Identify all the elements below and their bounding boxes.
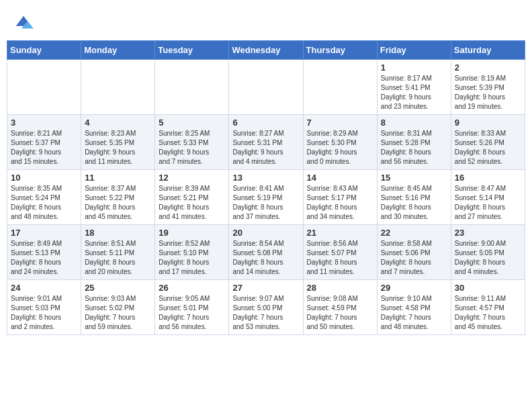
day-info: Sunrise: 9:05 AM Sunset: 5:01 PM Dayligh…	[159, 294, 225, 332]
calendar-cell: 30Sunrise: 9:11 AM Sunset: 4:57 PM Dayli…	[451, 280, 525, 335]
day-info: Sunrise: 8:56 AM Sunset: 5:07 PM Dayligh…	[307, 239, 373, 277]
day-info: Sunrise: 8:39 AM Sunset: 5:21 PM Dayligh…	[159, 184, 225, 222]
day-info: Sunrise: 8:45 AM Sunset: 5:16 PM Dayligh…	[381, 184, 447, 222]
day-info: Sunrise: 9:11 AM Sunset: 4:57 PM Dayligh…	[455, 294, 521, 332]
day-info: Sunrise: 8:51 AM Sunset: 5:11 PM Dayligh…	[85, 239, 151, 277]
day-info: Sunrise: 9:08 AM Sunset: 4:59 PM Dayligh…	[307, 294, 373, 332]
calendar-cell: 24Sunrise: 9:01 AM Sunset: 5:03 PM Dayli…	[7, 280, 81, 335]
calendar-cell: 3Sunrise: 8:21 AM Sunset: 5:37 PM Daylig…	[7, 115, 81, 170]
calendar-week-row: 10Sunrise: 8:35 AM Sunset: 5:24 PM Dayli…	[7, 170, 525, 225]
day-info: Sunrise: 8:19 AM Sunset: 5:39 PM Dayligh…	[455, 74, 521, 111]
day-number: 11	[85, 173, 151, 183]
calendar-cell: 13Sunrise: 8:41 AM Sunset: 5:19 PM Dayli…	[229, 170, 303, 225]
calendar-cell: 8Sunrise: 8:31 AM Sunset: 5:28 PM Daylig…	[377, 115, 451, 170]
calendar-cell: 16Sunrise: 8:47 AM Sunset: 5:14 PM Dayli…	[451, 170, 525, 225]
calendar-cell	[81, 60, 155, 115]
calendar-cell: 7Sunrise: 8:29 AM Sunset: 5:30 PM Daylig…	[303, 115, 377, 170]
day-number: 23	[455, 228, 521, 238]
day-number: 25	[85, 283, 151, 293]
day-number: 3	[11, 118, 77, 128]
calendar-cell: 21Sunrise: 8:56 AM Sunset: 5:07 PM Dayli…	[303, 225, 377, 280]
day-info: Sunrise: 8:58 AM Sunset: 5:06 PM Dayligh…	[381, 239, 447, 277]
weekday-header: Tuesday	[155, 41, 229, 60]
weekday-header: Friday	[377, 41, 451, 60]
day-info: Sunrise: 8:54 AM Sunset: 5:08 PM Dayligh…	[232, 239, 299, 277]
calendar-cell: 28Sunrise: 9:08 AM Sunset: 4:59 PM Dayli…	[303, 280, 377, 335]
day-info: Sunrise: 9:10 AM Sunset: 4:58 PM Dayligh…	[381, 294, 447, 332]
day-number: 13	[232, 173, 299, 183]
calendar-cell: 4Sunrise: 8:23 AM Sunset: 5:35 PM Daylig…	[81, 115, 155, 170]
day-info: Sunrise: 8:33 AM Sunset: 5:26 PM Dayligh…	[455, 129, 521, 167]
calendar-cell: 29Sunrise: 9:10 AM Sunset: 4:58 PM Dayli…	[377, 280, 451, 335]
calendar-cell: 19Sunrise: 8:52 AM Sunset: 5:10 PM Dayli…	[155, 225, 229, 280]
weekday-header: Thursday	[303, 41, 377, 60]
day-info: Sunrise: 8:29 AM Sunset: 5:30 PM Dayligh…	[307, 129, 373, 167]
calendar-cell: 11Sunrise: 8:37 AM Sunset: 5:22 PM Dayli…	[81, 170, 155, 225]
calendar-cell: 22Sunrise: 8:58 AM Sunset: 5:06 PM Dayli…	[377, 225, 451, 280]
day-number: 8	[381, 118, 447, 128]
day-info: Sunrise: 8:52 AM Sunset: 5:10 PM Dayligh…	[159, 239, 225, 277]
day-number: 1	[381, 62, 447, 73]
day-number: 10	[11, 173, 77, 183]
day-number: 6	[232, 118, 299, 128]
calendar-cell: 12Sunrise: 8:39 AM Sunset: 5:21 PM Dayli…	[155, 170, 229, 225]
calendar-cell: 20Sunrise: 8:54 AM Sunset: 5:08 PM Dayli…	[229, 225, 303, 280]
logo	[13, 13, 35, 34]
calendar-cell: 10Sunrise: 8:35 AM Sunset: 5:24 PM Dayli…	[7, 170, 81, 225]
day-info: Sunrise: 9:00 AM Sunset: 5:05 PM Dayligh…	[455, 239, 521, 277]
day-number: 5	[159, 118, 225, 128]
day-number: 21	[307, 228, 373, 238]
day-number: 29	[381, 283, 447, 293]
day-number: 27	[232, 283, 299, 293]
day-info: Sunrise: 8:41 AM Sunset: 5:19 PM Dayligh…	[232, 184, 299, 222]
calendar-cell: 14Sunrise: 8:43 AM Sunset: 5:17 PM Dayli…	[303, 170, 377, 225]
day-number: 22	[381, 228, 447, 238]
calendar-week-row: 1Sunrise: 8:17 AM Sunset: 5:41 PM Daylig…	[7, 60, 525, 115]
day-number: 16	[455, 173, 521, 183]
calendar-cell: 27Sunrise: 9:07 AM Sunset: 5:00 PM Dayli…	[229, 280, 303, 335]
day-number: 28	[307, 283, 373, 293]
day-info: Sunrise: 8:43 AM Sunset: 5:17 PM Dayligh…	[307, 184, 373, 222]
calendar-week-row: 24Sunrise: 9:01 AM Sunset: 5:03 PM Dayli…	[7, 280, 525, 335]
page-header	[7, 7, 525, 37]
day-info: Sunrise: 8:21 AM Sunset: 5:37 PM Dayligh…	[11, 129, 77, 167]
calendar-cell: 5Sunrise: 8:25 AM Sunset: 5:33 PM Daylig…	[155, 115, 229, 170]
day-number: 7	[307, 118, 373, 128]
day-number: 2	[455, 62, 521, 73]
day-info: Sunrise: 8:49 AM Sunset: 5:13 PM Dayligh…	[11, 239, 77, 277]
day-number: 4	[85, 118, 151, 128]
calendar-week-row: 17Sunrise: 8:49 AM Sunset: 5:13 PM Dayli…	[7, 225, 525, 280]
day-number: 15	[381, 173, 447, 183]
weekday-header: Sunday	[7, 41, 81, 60]
day-number: 19	[159, 228, 225, 238]
day-info: Sunrise: 8:25 AM Sunset: 5:33 PM Dayligh…	[159, 129, 225, 167]
calendar-cell	[229, 60, 303, 115]
calendar-header-row: SundayMondayTuesdayWednesdayThursdayFrid…	[7, 41, 525, 60]
calendar-cell: 15Sunrise: 8:45 AM Sunset: 5:16 PM Dayli…	[377, 170, 451, 225]
calendar-cell: 23Sunrise: 9:00 AM Sunset: 5:05 PM Dayli…	[451, 225, 525, 280]
calendar-cell: 2Sunrise: 8:19 AM Sunset: 5:39 PM Daylig…	[451, 60, 525, 115]
calendar-cell: 26Sunrise: 9:05 AM Sunset: 5:01 PM Dayli…	[155, 280, 229, 335]
day-info: Sunrise: 8:17 AM Sunset: 5:41 PM Dayligh…	[381, 74, 447, 111]
calendar-cell: 1Sunrise: 8:17 AM Sunset: 5:41 PM Daylig…	[377, 60, 451, 115]
day-number: 30	[455, 283, 521, 293]
day-info: Sunrise: 8:27 AM Sunset: 5:31 PM Dayligh…	[232, 129, 299, 167]
day-info: Sunrise: 8:23 AM Sunset: 5:35 PM Dayligh…	[85, 129, 151, 167]
calendar-cell: 18Sunrise: 8:51 AM Sunset: 5:11 PM Dayli…	[81, 225, 155, 280]
calendar-week-row: 3Sunrise: 8:21 AM Sunset: 5:37 PM Daylig…	[7, 115, 525, 170]
calendar-table: SundayMondayTuesdayWednesdayThursdayFrid…	[7, 40, 525, 335]
day-number: 17	[11, 228, 77, 238]
logo-icon	[13, 13, 34, 34]
day-info: Sunrise: 9:03 AM Sunset: 5:02 PM Dayligh…	[85, 294, 151, 332]
calendar-cell	[155, 60, 229, 115]
day-number: 26	[159, 283, 225, 293]
day-number: 24	[11, 283, 77, 293]
day-number: 9	[455, 118, 521, 128]
day-number: 14	[307, 173, 373, 183]
day-number: 12	[159, 173, 225, 183]
weekday-header: Wednesday	[229, 41, 303, 60]
day-info: Sunrise: 8:35 AM Sunset: 5:24 PM Dayligh…	[11, 184, 77, 222]
day-info: Sunrise: 8:31 AM Sunset: 5:28 PM Dayligh…	[381, 129, 447, 167]
day-number: 18	[85, 228, 151, 238]
calendar-cell: 17Sunrise: 8:49 AM Sunset: 5:13 PM Dayli…	[7, 225, 81, 280]
